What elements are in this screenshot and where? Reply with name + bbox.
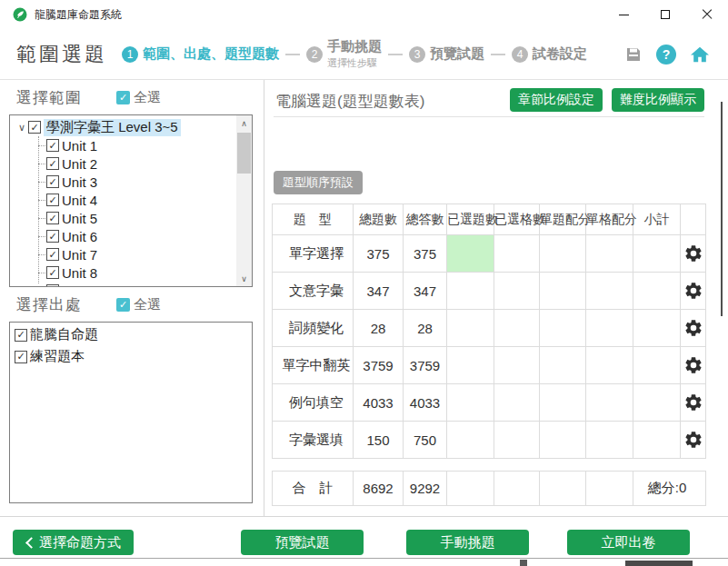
selected-questions-input[interactable]: [447, 384, 494, 422]
tree-item-unit-8[interactable]: ✓Unit 8: [10, 263, 236, 282]
points-per-blank-input[interactable]: [586, 310, 633, 347]
row-settings-button[interactable]: [681, 384, 706, 422]
main-scrollbar[interactable]: [721, 102, 723, 316]
scroll-up-icon[interactable]: ∧: [236, 115, 252, 131]
total-answers-cell: 4033: [404, 384, 447, 422]
col-header-points-per-blank: 單格配分: [586, 204, 633, 235]
checked-checkbox-icon[interactable]: ✓: [46, 284, 59, 286]
points-per-blank-input[interactable]: [586, 273, 633, 310]
tree-root-item[interactable]: ∨ ✓ 學測字彙王 Level 3~5: [10, 118, 236, 136]
selected-questions-input[interactable]: [447, 310, 494, 347]
tree-item-unit-7[interactable]: ✓Unit 7: [10, 245, 236, 263]
expander-down-icon[interactable]: ∨: [15, 122, 28, 134]
total-answers-cell: 750: [404, 422, 447, 459]
source-item-longteng[interactable]: ✓ 龍騰自命題: [10, 325, 252, 344]
points-per-blank-input[interactable]: [586, 235, 633, 273]
points-per-question-input[interactable]: [540, 384, 586, 422]
selected-blanks-input[interactable]: [494, 384, 540, 422]
step-2-manual-pick[interactable]: 2 手動挑題 選擇性步驟: [306, 38, 382, 70]
minimize-button[interactable]: [603, 0, 644, 29]
help-button[interactable]: ?: [656, 45, 676, 65]
selected-questions-input[interactable]: [447, 422, 494, 459]
save-button[interactable]: [624, 45, 643, 64]
total-score-cell: 總分:0: [633, 472, 706, 506]
checked-checkbox-icon[interactable]: ✓: [15, 351, 27, 363]
selected-blanks-input[interactable]: [494, 273, 540, 310]
row-settings-button[interactable]: [681, 273, 706, 310]
scrollbar-thumb[interactable]: [237, 133, 251, 174]
range-select-all-checkbox[interactable]: ✓ 全選: [116, 89, 161, 106]
source-select-all-checkbox[interactable]: ✓ 全選: [116, 296, 161, 313]
points-per-question-input[interactable]: [540, 347, 586, 384]
tree-item-unit-6[interactable]: ✓Unit 6: [10, 227, 236, 245]
selected-blanks-input[interactable]: [494, 235, 540, 273]
row-settings-button[interactable]: [681, 422, 706, 459]
source-item-workbook[interactable]: ✓ 練習題本: [10, 347, 252, 366]
points-per-question-input[interactable]: [540, 235, 586, 273]
checked-checkbox-icon[interactable]: ✓: [46, 230, 59, 243]
checked-checkbox-icon[interactable]: ✓: [46, 175, 59, 188]
selected-questions-input[interactable]: [447, 347, 494, 384]
checked-checkbox-icon[interactable]: ✓: [28, 121, 41, 134]
tree-item-unit-5[interactable]: ✓Unit 5: [10, 209, 236, 227]
question-mark-icon: ?: [663, 47, 671, 62]
close-button[interactable]: [686, 0, 728, 29]
checked-checkbox-icon[interactable]: ✓: [46, 157, 59, 170]
points-per-blank-input[interactable]: [586, 347, 633, 384]
row-settings-button[interactable]: [681, 310, 706, 347]
step-4-paper-settings[interactable]: 4 試卷設定: [512, 45, 587, 63]
selected-blanks-input[interactable]: [494, 422, 540, 459]
tree-item-unit-4[interactable]: ✓Unit 4: [10, 191, 236, 209]
checked-checkbox-icon[interactable]: ✓: [46, 194, 59, 206]
checked-checkbox-icon[interactable]: ✓: [46, 139, 59, 152]
chapter-ratio-button[interactable]: 章節比例設定: [510, 88, 603, 112]
maximize-button[interactable]: [644, 0, 686, 29]
col-header-selected-blanks: 已選格數: [494, 204, 540, 235]
checked-checkbox-icon[interactable]: ✓: [46, 266, 59, 279]
checked-checkbox-icon[interactable]: ✓: [46, 248, 59, 261]
subtotal-cell: [633, 384, 681, 422]
table-row: 單字中翻英 3759 3759: [273, 347, 706, 384]
difficulty-ratio-button[interactable]: 難度比例顯示: [612, 88, 704, 112]
home-button[interactable]: [690, 45, 710, 64]
tree-item-label: Unit 7: [62, 247, 97, 263]
titlebar: 龍騰題庫命題系統: [0, 0, 728, 29]
step-2-subtitle: 選擇性步驟: [327, 56, 377, 70]
selected-blanks-input[interactable]: [494, 310, 540, 347]
tree-item-unit-1[interactable]: ✓Unit 1: [10, 136, 236, 154]
question-order-default-button[interactable]: 題型順序預設: [274, 171, 363, 194]
tree-item-unit-9[interactable]: ✓Unit 9: [10, 282, 236, 286]
step-3-preview[interactable]: 3 預覽試題: [409, 45, 484, 63]
preview-questions-button[interactable]: 預覽試題: [241, 530, 364, 555]
tree-item-unit-3[interactable]: ✓Unit 3: [10, 173, 236, 191]
generate-paper-button[interactable]: 立即出卷: [567, 530, 690, 555]
check-icon: ✓: [48, 194, 56, 206]
step-1-range[interactable]: 1 範圍、出處、題型題數: [122, 45, 279, 63]
totals-table: 合 計 8692 9292 總分:0: [272, 471, 706, 506]
selected-questions-input[interactable]: [447, 273, 494, 310]
back-to-method-button[interactable]: 選擇命題方式: [13, 530, 134, 555]
chevron-left-icon: [25, 539, 33, 546]
total-answers-cell: 375: [404, 235, 447, 273]
points-per-question-input[interactable]: [540, 310, 586, 347]
checked-checkbox-icon[interactable]: ✓: [46, 212, 59, 224]
tree-scrollbar[interactable]: ∧ ∨: [236, 115, 252, 286]
points-per-blank-input[interactable]: [586, 422, 633, 459]
total-questions-cell: 4033: [354, 384, 404, 422]
row-settings-button[interactable]: [681, 235, 706, 273]
table-row: 單字選擇 375 375: [273, 235, 706, 273]
selected-blanks-input[interactable]: [494, 347, 540, 384]
checked-checkbox-icon[interactable]: ✓: [15, 329, 27, 342]
scroll-down-icon[interactable]: ∨: [236, 271, 252, 286]
points-per-blank-input[interactable]: [586, 384, 633, 422]
points-per-question-input[interactable]: [540, 422, 586, 459]
manual-pick-button[interactable]: 手動挑題: [406, 530, 529, 555]
tree-item-unit-2[interactable]: ✓Unit 2: [10, 154, 236, 173]
totals-label-cell: 合 計: [273, 472, 354, 506]
app-logo-icon: [13, 7, 27, 22]
row-settings-button[interactable]: [681, 347, 706, 384]
total-score-value: 0: [679, 480, 686, 495]
check-icon: ✓: [48, 267, 56, 279]
points-per-question-input[interactable]: [540, 273, 586, 310]
selected-questions-input[interactable]: [447, 235, 494, 273]
